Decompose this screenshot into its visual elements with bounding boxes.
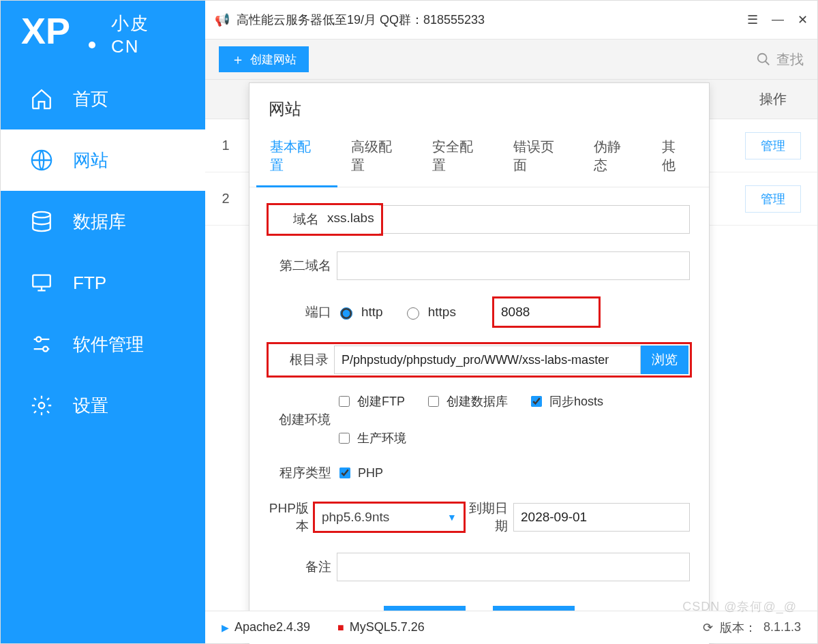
note-input[interactable] [337,553,690,581]
label-note: 备注 [269,558,331,576]
modal-tabs: 基本配置 高级配置 安全配置 错误页面 伪静态 其他 [249,129,709,187]
refresh-icon[interactable]: ⟳ [703,620,713,635]
chk-ftp[interactable]: 创建FTP [336,393,405,410]
php-version-value: php5.6.9nts [322,510,389,525]
minimize-icon[interactable]: — [772,12,784,27]
expire-input[interactable] [513,503,690,532]
nav-label: 数据库 [73,210,126,234]
logo-line2: CN [111,35,149,58]
home-icon [28,85,55,112]
logo-line1: 小皮 [111,12,149,35]
radio-http[interactable]: http [337,305,383,320]
nav-label: FTP [73,273,106,294]
stop-icon: ■ [337,622,344,633]
globe-icon [28,147,55,174]
speaker-icon: 📢 [215,12,230,27]
svg-point-8 [758,54,767,63]
php-version-select[interactable]: php5.6.9nts ▼ [314,503,464,532]
tab-basic[interactable]: 基本配置 [256,129,337,187]
domain-input[interactable] [379,205,690,234]
logo: XP 小皮 CN [1,1,205,65]
tab-advanced[interactable]: 高级配置 [337,129,419,187]
nav-label: 网站 [73,149,108,172]
label-phpver: PHP版本 [269,500,309,535]
play-icon: ▶ [222,622,229,633]
row-number: 2 [205,191,246,206]
radio-https[interactable]: https [404,305,456,320]
nav-label: 软件管理 [73,333,144,356]
chk-prod[interactable]: 生产环境 [336,430,406,446]
mysql-status[interactable]: ■MySQL5.7.26 [337,620,425,634]
manage-button[interactable]: 管理 [745,185,801,213]
menu-icon[interactable]: ☰ [747,12,758,27]
port-input[interactable] [494,298,599,326]
gear-icon [28,392,55,419]
plus-icon: ＋ [231,50,245,69]
nav-site[interactable]: 网站 [1,129,205,191]
label-env: 创建环境 [269,411,331,429]
search-area[interactable]: 查找 [756,50,804,69]
chevron-down-icon: ▼ [447,512,457,523]
modal-title: 网站 [249,83,709,129]
svg-point-1 [89,42,95,48]
second-domain-input[interactable] [337,251,690,280]
version-label: 版本： [720,619,757,636]
nav-db[interactable]: 数据库 [1,191,205,252]
sidebar: XP 小皮 CN 首页 网站 数据库 FTP [1,1,205,643]
domain-value[interactable]: xss.labs [327,205,381,234]
label-domain: 域名 [269,205,322,234]
nav-software[interactable]: 软件管理 [1,313,205,375]
toolbar: ＋ 创建网站 查找 [205,39,817,80]
label-port: 端口 [269,303,331,321]
version-value: 8.1.1.3 [763,620,801,634]
tab-rewrite[interactable]: 伪静态 [580,129,648,187]
label-expire: 到期日期 [464,500,508,535]
tab-error[interactable]: 错误页面 [500,129,581,187]
apache-status[interactable]: ▶Apache2.4.39 [222,620,310,634]
label-root: 根目录 [270,351,329,369]
nav-settings[interactable]: 设置 [1,375,205,436]
tab-security[interactable]: 安全配置 [419,129,500,187]
ftp-icon [28,269,55,296]
tab-other[interactable]: 其他 [648,129,702,187]
modal-form: 域名 xss.labs 第二域名 端口 http https 根目录 [249,187,709,606]
manage-button[interactable]: 管理 [745,132,801,159]
announcement: 高性能云服务器低至19/月 QQ群：818555233 [237,12,485,28]
nav-label: 首页 [73,87,108,111]
svg-point-3 [33,212,50,218]
chk-hosts[interactable]: 同步hosts [528,393,603,410]
create-site-button[interactable]: ＋ 创建网站 [219,46,309,72]
svg-point-5 [36,337,41,341]
database-icon [28,208,55,235]
create-label: 创建网站 [250,52,297,67]
site-modal: 网站 基本配置 高级配置 安全配置 错误页面 伪静态 其他 域名 xss.lab… [249,82,710,644]
label-second: 第二域名 [269,257,331,275]
nav-label: 设置 [73,394,108,418]
browse-button[interactable]: 浏览 [641,346,688,374]
status-bar: ▶Apache2.4.39 ■MySQL5.7.26 ⟳ 版本： 8.1.1.3 [205,611,817,643]
col-operation: 操作 [729,90,817,108]
topbar: 📢 高性能云服务器低至19/月 QQ群：818555233 ☰ — ✕ [205,1,817,39]
chk-php[interactable]: PHP [337,465,383,480]
nav-ftp[interactable]: FTP [1,252,205,313]
root-input[interactable] [334,346,641,374]
nav: 首页 网站 数据库 FTP 软件管理 设置 [1,68,205,436]
svg-point-6 [43,347,48,352]
svg-point-7 [39,403,45,409]
nav-home[interactable]: 首页 [1,68,205,129]
svg-rect-4 [33,275,50,287]
sliders-icon [28,331,55,358]
row-number: 1 [205,138,246,153]
label-type: 程序类型 [269,464,331,482]
search-label: 查找 [776,50,804,69]
close-icon[interactable]: ✕ [798,12,808,27]
search-icon [756,52,771,67]
svg-text:XP: XP [21,11,70,51]
chk-db[interactable]: 创建数据库 [425,393,508,410]
